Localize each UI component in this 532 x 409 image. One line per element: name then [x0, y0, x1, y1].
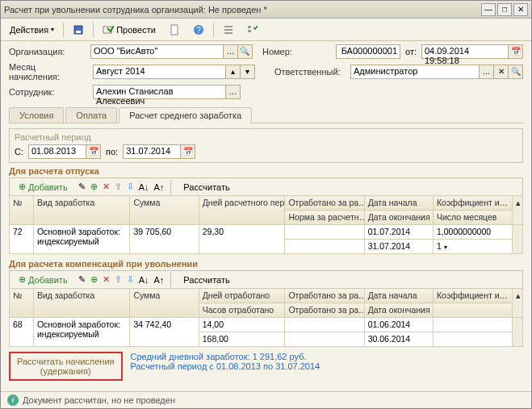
svg-rect-7 — [224, 29, 232, 31]
col-type[interactable]: Вид заработка — [33, 289, 130, 318]
emp-label: Сотрудник: — [9, 87, 88, 97]
col-coef[interactable]: Коэффициент и… — [433, 196, 512, 211]
col-dstart[interactable]: Дата начала — [364, 289, 433, 303]
number-label: Номер: — [262, 47, 331, 56]
tab-content: Расчетный период С: 01.08.2013📅 по: 31.0… — [1, 123, 531, 391]
col-days[interactable]: Дней расчетного периода — [199, 196, 285, 225]
tab-avg-salary[interactable]: Расчет среднего заработка — [119, 107, 252, 123]
edit-icon[interactable]: ✎ — [78, 182, 86, 192]
sort-desc-icon[interactable]: A↑ — [153, 182, 164, 192]
scroll-down-icon[interactable] — [513, 318, 523, 347]
document-icon[interactable] — [163, 22, 186, 38]
resp-label: Ответственный: — [274, 67, 346, 77]
emp-field[interactable]: Алехин Станислав Алексеевич — [93, 85, 226, 99]
help-icon[interactable]: ? — [187, 22, 210, 38]
sort-desc-icon[interactable]: A↑ — [153, 275, 164, 285]
org-select-icon[interactable]: … — [224, 44, 238, 59]
add-button[interactable]: ⊕ Добавить — [13, 179, 73, 194]
svg-text:?: ? — [196, 26, 201, 35]
date-field[interactable]: 04.09.2014 19:58:18 — [421, 44, 509, 59]
save-button[interactable] — [67, 22, 90, 38]
org-search-icon[interactable]: 🔍 — [238, 44, 253, 59]
copy-icon[interactable]: ⊕ — [90, 182, 98, 192]
resp-select-icon[interactable]: … — [480, 65, 494, 79]
edit-icon[interactable]: ✎ — [78, 274, 86, 285]
arrow-up-icon[interactable]: ⇧ — [115, 182, 122, 192]
tab-payment[interactable]: Оплата — [65, 107, 117, 123]
delete-icon[interactable]: ✕ — [103, 274, 110, 285]
resp-search-icon[interactable]: 🔍 — [509, 65, 523, 79]
scroll-up-icon[interactable]: ▴ — [513, 196, 523, 225]
calc-button[interactable]: Рассчитать — [178, 273, 235, 287]
scroll-up-icon[interactable]: ▴ — [513, 289, 523, 318]
section1-title: Для расчета отпуска — [9, 166, 523, 176]
calendar-icon[interactable]: 📅 — [181, 144, 195, 159]
tasks-icon[interactable] — [241, 22, 264, 38]
recalc-button[interactable]: Рассчитать начисления (удержания) — [9, 352, 123, 381]
calendar-icon[interactable]: 📅 — [509, 44, 523, 59]
maximize-button[interactable]: □ — [497, 3, 512, 16]
resp-clear-icon[interactable]: ✕ — [494, 65, 509, 79]
org-field[interactable]: ООО "БисАвто" — [90, 44, 224, 59]
col-sum[interactable]: Сумма — [130, 289, 199, 318]
main-window: Расчет при увольнении сотрудника организ… — [0, 0, 532, 409]
statusbar: i Документ рассчитан, но не проведен — [1, 391, 531, 408]
table-vacation: № Вид заработка Сумма Дней расчетного пе… — [9, 195, 523, 254]
col-days[interactable]: Дней отработано — [199, 289, 285, 303]
arrow-down-icon[interactable]: ⇩ — [127, 274, 134, 285]
copy-icon[interactable]: ⊕ — [90, 274, 98, 285]
post-button[interactable]: Провести — [97, 22, 161, 38]
close-button[interactable]: ✕ — [513, 3, 528, 16]
date-from-label: от: — [405, 47, 417, 56]
col-worked[interactable]: Отработано за ра… — [285, 289, 364, 303]
sort-asc-icon[interactable]: A↓ — [139, 275, 149, 285]
period-from-field[interactable]: 01.08.2013 — [28, 144, 86, 159]
arrow-up-icon[interactable]: ⇧ — [115, 274, 122, 285]
sort-asc-icon[interactable]: A↓ — [139, 182, 149, 192]
month-label: Месяц начисления: — [9, 62, 88, 81]
number-field[interactable]: БА000000001 — [336, 44, 400, 59]
col-coef[interactable]: Коэффициент и… — [433, 289, 512, 303]
period-from-label: С: — [15, 147, 23, 157]
table-row[interactable]: 72 Основной заработок: индексируемый 39 … — [10, 225, 523, 240]
calc-button[interactable]: Рассчитать — [178, 180, 235, 194]
col-worked[interactable]: Отработано за ра… — [285, 196, 364, 211]
minimize-button[interactable]: — — [481, 3, 496, 16]
table-compensation: № Вид заработка Сумма Дней отработано От… — [9, 288, 523, 347]
emp-select-icon[interactable]: … — [226, 85, 241, 99]
col-sum[interactable]: Сумма — [130, 196, 199, 225]
table-header-row: № Вид заработка Сумма Дней расчетного пе… — [10, 196, 523, 211]
arrow-down-icon[interactable]: ⇩ — [127, 182, 134, 192]
table-row[interactable]: 68 Основной заработок: индексируемый 34 … — [10, 318, 523, 332]
summary-row: Рассчитать начисления (удержания) Средни… — [9, 352, 523, 381]
summary-text: Средний дневной заработок: 1 291,62 руб.… — [131, 352, 320, 371]
actions-menu[interactable]: Действия▾ — [4, 23, 60, 37]
svg-rect-10 — [248, 30, 251, 32]
col-n[interactable]: № — [10, 289, 34, 318]
period-to-label: по: — [106, 147, 118, 157]
table-header-row: № Вид заработка Сумма Дней отработано От… — [10, 289, 523, 303]
delete-icon[interactable]: ✕ — [103, 182, 110, 192]
col-type[interactable]: Вид заработка — [33, 196, 130, 225]
period-panel: Расчетный период С: 01.08.2013📅 по: 31.0… — [9, 128, 523, 163]
col-dend[interactable]: Дата окончания — [364, 303, 433, 318]
period-to-field[interactable]: 31.07.2014 — [123, 144, 181, 159]
col-dstart[interactable]: Дата начала — [364, 196, 433, 211]
calendar-icon[interactable]: 📅 — [86, 144, 101, 159]
col-hours[interactable]: Часов отработано — [199, 303, 285, 318]
month-down-icon[interactable]: ▾ — [241, 65, 255, 79]
col-worked2[interactable]: Отработано за ра… — [285, 303, 364, 318]
titlebar: Расчет при увольнении сотрудника организ… — [1, 1, 531, 19]
resp-field[interactable]: Администратор — [350, 65, 480, 79]
month-field[interactable]: Август 2014 — [93, 65, 226, 79]
list-icon[interactable] — [217, 22, 240, 38]
org-label: Организация: — [9, 47, 86, 56]
add-button[interactable]: ⊕ Добавить — [13, 272, 73, 287]
col-months[interactable]: Число месяцев — [433, 211, 512, 225]
month-up-icon[interactable]: ▴ — [226, 65, 241, 79]
col-dend[interactable]: Дата окончания — [364, 211, 433, 225]
scroll-down-icon[interactable] — [513, 225, 523, 254]
tab-conditions[interactable]: Условия — [9, 107, 64, 123]
col-norm[interactable]: Норма за расчетн… — [285, 211, 364, 225]
col-n[interactable]: № — [10, 196, 34, 225]
